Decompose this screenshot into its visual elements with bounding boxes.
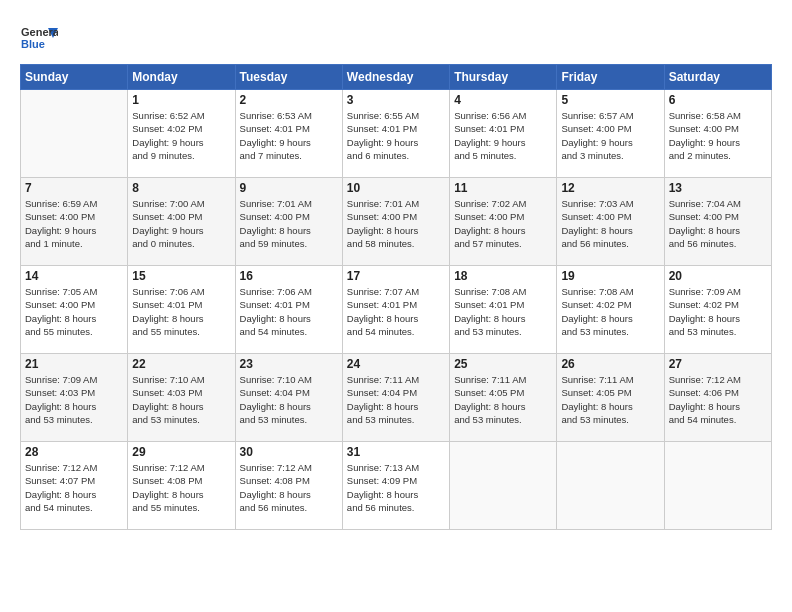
calendar-cell: 12Sunrise: 7:03 AM Sunset: 4:00 PM Dayli…: [557, 178, 664, 266]
calendar-cell: 31Sunrise: 7:13 AM Sunset: 4:09 PM Dayli…: [342, 442, 449, 530]
day-number: 19: [561, 269, 659, 283]
day-info: Sunrise: 7:03 AM Sunset: 4:00 PM Dayligh…: [561, 197, 659, 250]
day-number: 10: [347, 181, 445, 195]
day-info: Sunrise: 6:56 AM Sunset: 4:01 PM Dayligh…: [454, 109, 552, 162]
calendar-cell: 7Sunrise: 6:59 AM Sunset: 4:00 PM Daylig…: [21, 178, 128, 266]
day-info: Sunrise: 7:02 AM Sunset: 4:00 PM Dayligh…: [454, 197, 552, 250]
day-number: 3: [347, 93, 445, 107]
day-info: Sunrise: 6:55 AM Sunset: 4:01 PM Dayligh…: [347, 109, 445, 162]
calendar-cell: 28Sunrise: 7:12 AM Sunset: 4:07 PM Dayli…: [21, 442, 128, 530]
calendar-cell: 15Sunrise: 7:06 AM Sunset: 4:01 PM Dayli…: [128, 266, 235, 354]
day-info: Sunrise: 7:01 AM Sunset: 4:00 PM Dayligh…: [347, 197, 445, 250]
day-number: 16: [240, 269, 338, 283]
calendar-week-row: 21Sunrise: 7:09 AM Sunset: 4:03 PM Dayli…: [21, 354, 772, 442]
day-header-row: SundayMondayTuesdayWednesdayThursdayFrid…: [21, 65, 772, 90]
day-number: 21: [25, 357, 123, 371]
day-number: 30: [240, 445, 338, 459]
day-number: 13: [669, 181, 767, 195]
day-info: Sunrise: 7:01 AM Sunset: 4:00 PM Dayligh…: [240, 197, 338, 250]
calendar-cell: 5Sunrise: 6:57 AM Sunset: 4:00 PM Daylig…: [557, 90, 664, 178]
header: General Blue: [20, 18, 772, 56]
calendar-cell: 3Sunrise: 6:55 AM Sunset: 4:01 PM Daylig…: [342, 90, 449, 178]
day-number: 11: [454, 181, 552, 195]
calendar-cell: 17Sunrise: 7:07 AM Sunset: 4:01 PM Dayli…: [342, 266, 449, 354]
calendar-cell: 11Sunrise: 7:02 AM Sunset: 4:00 PM Dayli…: [450, 178, 557, 266]
day-of-week-header: Saturday: [664, 65, 771, 90]
day-info: Sunrise: 7:11 AM Sunset: 4:04 PM Dayligh…: [347, 373, 445, 426]
calendar-cell: 1Sunrise: 6:52 AM Sunset: 4:02 PM Daylig…: [128, 90, 235, 178]
day-info: Sunrise: 7:04 AM Sunset: 4:00 PM Dayligh…: [669, 197, 767, 250]
day-number: 20: [669, 269, 767, 283]
day-info: Sunrise: 7:00 AM Sunset: 4:00 PM Dayligh…: [132, 197, 230, 250]
day-info: Sunrise: 7:07 AM Sunset: 4:01 PM Dayligh…: [347, 285, 445, 338]
day-number: 31: [347, 445, 445, 459]
calendar-cell: 18Sunrise: 7:08 AM Sunset: 4:01 PM Dayli…: [450, 266, 557, 354]
day-number: 29: [132, 445, 230, 459]
calendar-cell: 13Sunrise: 7:04 AM Sunset: 4:00 PM Dayli…: [664, 178, 771, 266]
day-number: 24: [347, 357, 445, 371]
calendar-week-row: 1Sunrise: 6:52 AM Sunset: 4:02 PM Daylig…: [21, 90, 772, 178]
page: General Blue SundayMondayTuesdayWednesda…: [0, 0, 792, 612]
day-number: 1: [132, 93, 230, 107]
calendar-cell: 8Sunrise: 7:00 AM Sunset: 4:00 PM Daylig…: [128, 178, 235, 266]
calendar-cell: 4Sunrise: 6:56 AM Sunset: 4:01 PM Daylig…: [450, 90, 557, 178]
calendar-cell: [557, 442, 664, 530]
day-number: 7: [25, 181, 123, 195]
day-number: 28: [25, 445, 123, 459]
calendar-week-row: 28Sunrise: 7:12 AM Sunset: 4:07 PM Dayli…: [21, 442, 772, 530]
calendar-week-row: 7Sunrise: 6:59 AM Sunset: 4:00 PM Daylig…: [21, 178, 772, 266]
day-number: 15: [132, 269, 230, 283]
day-info: Sunrise: 7:12 AM Sunset: 4:08 PM Dayligh…: [132, 461, 230, 514]
calendar-cell: 14Sunrise: 7:05 AM Sunset: 4:00 PM Dayli…: [21, 266, 128, 354]
day-info: Sunrise: 7:11 AM Sunset: 4:05 PM Dayligh…: [561, 373, 659, 426]
calendar-cell: 23Sunrise: 7:10 AM Sunset: 4:04 PM Dayli…: [235, 354, 342, 442]
day-number: 17: [347, 269, 445, 283]
day-info: Sunrise: 7:08 AM Sunset: 4:02 PM Dayligh…: [561, 285, 659, 338]
day-number: 9: [240, 181, 338, 195]
calendar-cell: 19Sunrise: 7:08 AM Sunset: 4:02 PM Dayli…: [557, 266, 664, 354]
day-info: Sunrise: 7:09 AM Sunset: 4:03 PM Dayligh…: [25, 373, 123, 426]
day-info: Sunrise: 7:12 AM Sunset: 4:07 PM Dayligh…: [25, 461, 123, 514]
day-info: Sunrise: 7:09 AM Sunset: 4:02 PM Dayligh…: [669, 285, 767, 338]
calendar-cell: 21Sunrise: 7:09 AM Sunset: 4:03 PM Dayli…: [21, 354, 128, 442]
calendar-week-row: 14Sunrise: 7:05 AM Sunset: 4:00 PM Dayli…: [21, 266, 772, 354]
svg-text:Blue: Blue: [21, 38, 45, 50]
logo: General Blue: [20, 18, 58, 56]
day-of-week-header: Monday: [128, 65, 235, 90]
day-number: 23: [240, 357, 338, 371]
day-info: Sunrise: 7:08 AM Sunset: 4:01 PM Dayligh…: [454, 285, 552, 338]
day-info: Sunrise: 7:13 AM Sunset: 4:09 PM Dayligh…: [347, 461, 445, 514]
day-info: Sunrise: 7:10 AM Sunset: 4:04 PM Dayligh…: [240, 373, 338, 426]
calendar-cell: 29Sunrise: 7:12 AM Sunset: 4:08 PM Dayli…: [128, 442, 235, 530]
day-info: Sunrise: 7:06 AM Sunset: 4:01 PM Dayligh…: [240, 285, 338, 338]
day-number: 14: [25, 269, 123, 283]
svg-text:General: General: [21, 26, 58, 38]
day-info: Sunrise: 7:10 AM Sunset: 4:03 PM Dayligh…: [132, 373, 230, 426]
day-of-week-header: Sunday: [21, 65, 128, 90]
calendar-cell: 10Sunrise: 7:01 AM Sunset: 4:00 PM Dayli…: [342, 178, 449, 266]
calendar-table: SundayMondayTuesdayWednesdayThursdayFrid…: [20, 64, 772, 530]
day-number: 26: [561, 357, 659, 371]
calendar-cell: 6Sunrise: 6:58 AM Sunset: 4:00 PM Daylig…: [664, 90, 771, 178]
calendar-cell: 30Sunrise: 7:12 AM Sunset: 4:08 PM Dayli…: [235, 442, 342, 530]
calendar-cell: 25Sunrise: 7:11 AM Sunset: 4:05 PM Dayli…: [450, 354, 557, 442]
day-number: 18: [454, 269, 552, 283]
calendar-cell: [450, 442, 557, 530]
calendar-cell: 2Sunrise: 6:53 AM Sunset: 4:01 PM Daylig…: [235, 90, 342, 178]
calendar-cell: 22Sunrise: 7:10 AM Sunset: 4:03 PM Dayli…: [128, 354, 235, 442]
day-number: 8: [132, 181, 230, 195]
calendar-cell: 26Sunrise: 7:11 AM Sunset: 4:05 PM Dayli…: [557, 354, 664, 442]
calendar-cell: 27Sunrise: 7:12 AM Sunset: 4:06 PM Dayli…: [664, 354, 771, 442]
calendar-cell: 24Sunrise: 7:11 AM Sunset: 4:04 PM Dayli…: [342, 354, 449, 442]
day-number: 4: [454, 93, 552, 107]
day-info: Sunrise: 7:12 AM Sunset: 4:06 PM Dayligh…: [669, 373, 767, 426]
day-number: 27: [669, 357, 767, 371]
day-info: Sunrise: 6:58 AM Sunset: 4:00 PM Dayligh…: [669, 109, 767, 162]
day-info: Sunrise: 6:53 AM Sunset: 4:01 PM Dayligh…: [240, 109, 338, 162]
day-number: 5: [561, 93, 659, 107]
calendar-cell: [21, 90, 128, 178]
day-of-week-header: Wednesday: [342, 65, 449, 90]
day-number: 6: [669, 93, 767, 107]
calendar-cell: [664, 442, 771, 530]
day-info: Sunrise: 7:12 AM Sunset: 4:08 PM Dayligh…: [240, 461, 338, 514]
